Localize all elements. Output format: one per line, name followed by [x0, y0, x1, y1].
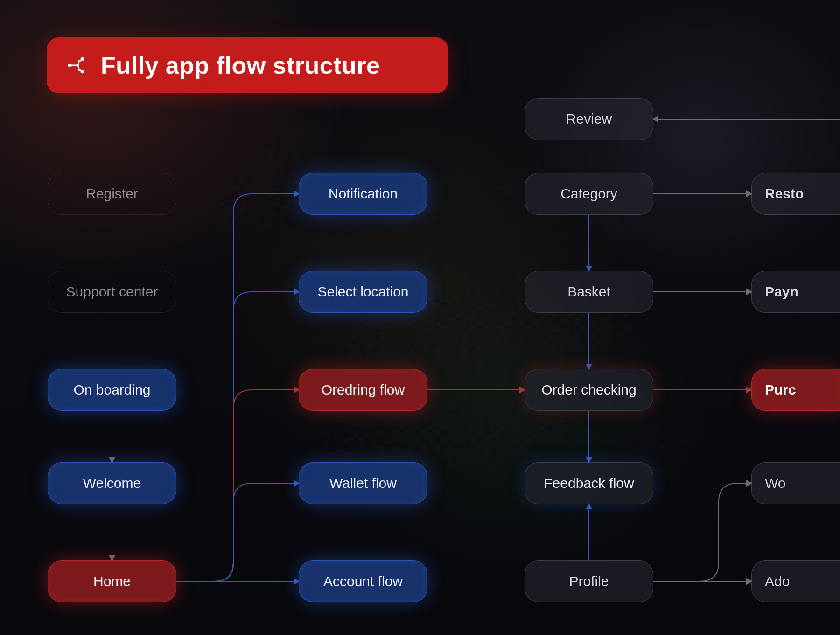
- node-payment[interactable]: Payn: [751, 271, 840, 313]
- flow-connectors: [0, 0, 840, 635]
- node-basket[interactable]: Basket: [525, 271, 653, 313]
- node-review[interactable]: Review: [525, 98, 653, 140]
- page-title: Fully app flow structure: [101, 51, 380, 79]
- node-feedback-flow[interactable]: Feedback flow: [525, 462, 653, 504]
- svg-point-2: [81, 70, 84, 74]
- node-home[interactable]: Home: [48, 560, 176, 602]
- node-order-checking[interactable]: Order checking: [525, 369, 653, 411]
- node-purchase[interactable]: Purc: [751, 369, 840, 411]
- node-notification[interactable]: Notification: [299, 173, 427, 215]
- flow-structure-icon: [65, 55, 87, 76]
- node-welcome[interactable]: Welcome: [48, 462, 176, 504]
- node-account-flow[interactable]: Account flow: [299, 560, 427, 602]
- title-card: Fully app flow structure: [47, 37, 448, 93]
- node-category[interactable]: Category: [525, 173, 653, 215]
- svg-point-1: [81, 57, 84, 61]
- node-on-boarding[interactable]: On boarding: [48, 369, 176, 411]
- node-profile[interactable]: Profile: [525, 560, 653, 602]
- node-wallet-flow[interactable]: Wallet flow: [299, 462, 427, 504]
- node-address-col5[interactable]: Ado: [751, 560, 840, 602]
- node-restaurant[interactable]: Resto: [751, 173, 840, 215]
- node-select-location[interactable]: Select location: [299, 271, 427, 313]
- node-wallet-col5[interactable]: Wo: [751, 462, 840, 504]
- node-support-center[interactable]: Support center: [48, 271, 176, 313]
- node-ordering-flow[interactable]: Oredring flow: [299, 369, 427, 411]
- node-register[interactable]: Register: [48, 173, 176, 215]
